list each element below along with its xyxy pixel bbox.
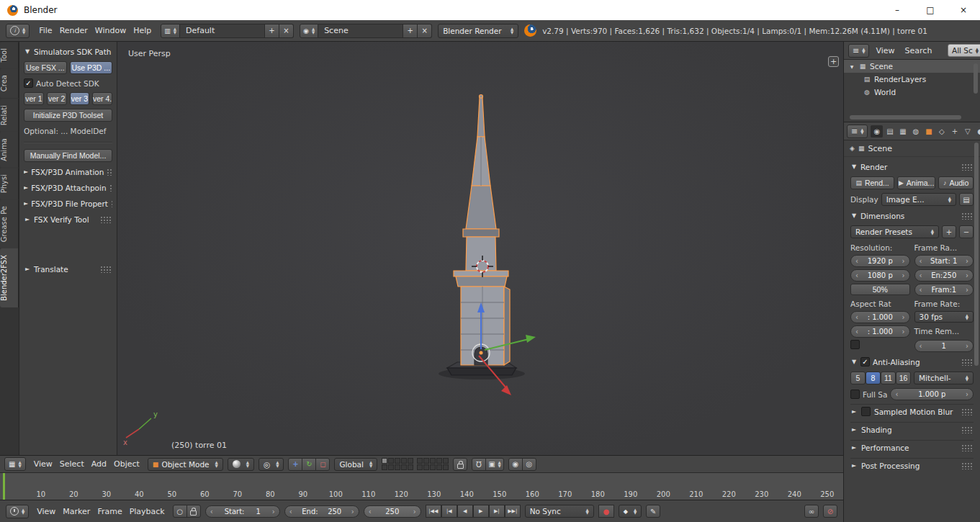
- playback-button[interactable]: ▶|: [489, 505, 505, 518]
- shading-panel-header[interactable]: Shading: [850, 422, 974, 436]
- panel-drag-grip[interactable]: [100, 216, 112, 223]
- viewport-canvas[interactable]: x y User Persp (250) torre 01 +: [117, 42, 843, 455]
- menu-item[interactable]: Help: [130, 26, 155, 35]
- tab-render[interactable]: ◉: [871, 125, 883, 138]
- add-scene-button[interactable]: +: [403, 24, 418, 38]
- frame-start-field[interactable]: Start: 1: [914, 255, 974, 267]
- tab-render-layers[interactable]: ▤: [884, 125, 896, 138]
- manually-find-modeldef-button[interactable]: Manually Find Model...: [24, 149, 112, 162]
- lock-to-scene-button[interactable]: [453, 458, 467, 471]
- layer-toggle[interactable]: [388, 458, 394, 464]
- fsx-verify-tool-panel-header[interactable]: FSX Verify Tool: [24, 213, 112, 225]
- initialize-p3d-toolset-button[interactable]: Initialize P3D Toolset: [24, 109, 112, 122]
- sampled-motion-blur-checkbox[interactable]: [861, 407, 871, 416]
- time-remap-field[interactable]: 1: [914, 340, 974, 352]
- render-button[interactable]: ▤ Rend...: [850, 176, 894, 189]
- frame-end-field[interactable]: En:250: [914, 269, 974, 282]
- frame-start-field[interactable]: Start: 1: [205, 505, 280, 518]
- antialiasing-checkbox[interactable]: [860, 357, 870, 366]
- render-panel-header[interactable]: Render: [850, 161, 974, 173]
- menu-item[interactable]: File: [35, 26, 55, 35]
- layer-toggle[interactable]: [382, 464, 387, 470]
- add-layout-button[interactable]: +: [265, 24, 279, 38]
- panel-drag-grip[interactable]: [961, 212, 974, 220]
- scene-name-field[interactable]: Scene: [318, 24, 403, 38]
- scene-browse-button[interactable]: ◉: [300, 24, 318, 38]
- panel-drag-grip[interactable]: [961, 426, 974, 433]
- keying-set-button[interactable]: ✎: [646, 505, 660, 518]
- panel-drag-grip[interactable]: [111, 200, 112, 207]
- outliner-display-mode-select[interactable]: All Sc: [948, 44, 980, 57]
- panel-drag-grip[interactable]: [961, 444, 974, 451]
- panel-drag-grip[interactable]: [109, 184, 112, 192]
- menu-item[interactable]: Select: [56, 459, 88, 469]
- panel-drag-grip[interactable]: [961, 462, 974, 469]
- tab-constraints[interactable]: ◇: [935, 125, 948, 138]
- playback-button[interactable]: ▶▶|: [505, 505, 521, 518]
- layer-toggle[interactable]: [430, 464, 436, 470]
- toolshelf-tab[interactable]: Physi: [0, 168, 19, 199]
- aa-filter-select[interactable]: Mitchell-: [914, 372, 974, 384]
- render-display-select[interactable]: Image E...: [881, 193, 956, 206]
- sdk-version-button[interactable]: ver 2: [47, 92, 67, 105]
- timeline-ruler[interactable]: 1020304050607080901001101201301401501601…: [0, 472, 843, 500]
- collapse-arrow-icon[interactable]: [850, 212, 858, 219]
- toolshelf-tab[interactable]: Blender2FSX: [0, 248, 19, 307]
- info-editor-type-selector[interactable]: i: [6, 24, 30, 38]
- layer-toggle[interactable]: [382, 458, 387, 464]
- layer-toggle[interactable]: [443, 464, 449, 470]
- fsx-attachpoints-panel-header[interactable]: FSX/P3D Attachpoin: [24, 181, 112, 194]
- outliner-horizontal-scrollbar[interactable]: [850, 115, 961, 120]
- mode-select[interactable]: ■ Object Mode: [148, 458, 223, 471]
- outliner-item-renderlayers[interactable]: ▤ RenderLayers: [844, 73, 980, 86]
- screen-layout-name-field[interactable]: Default: [180, 24, 265, 38]
- layer-toggle[interactable]: [436, 458, 442, 464]
- menu-item[interactable]: Add: [88, 459, 110, 469]
- preview-range-button[interactable]: ○: [173, 505, 187, 518]
- snap-magnet-button[interactable]: Ω: [472, 458, 486, 471]
- playback-button[interactable]: ▶: [473, 505, 489, 518]
- panel-drag-grip[interactable]: [107, 168, 112, 176]
- toolshelf-tab[interactable]: Grease Pe: [0, 199, 19, 248]
- layer-toggle[interactable]: [401, 464, 407, 470]
- panel-drag-grip[interactable]: [961, 163, 974, 171]
- aa-filter-size-field[interactable]: 1.000 p: [890, 388, 974, 400]
- open-properties-region-button[interactable]: +: [828, 56, 839, 67]
- collapse-arrow-icon[interactable]: [850, 426, 858, 433]
- collapse-arrow-icon[interactable]: [850, 163, 858, 170]
- collapse-arrow-icon[interactable]: [850, 444, 858, 451]
- delete-scene-button[interactable]: ×: [418, 24, 432, 38]
- layer-toggle[interactable]: [423, 458, 429, 464]
- properties-vertical-scrollbar[interactable]: [974, 143, 979, 366]
- display-editor-icon-button[interactable]: ▤: [959, 193, 974, 206]
- resolution-percentage-button[interactable]: 50%: [850, 284, 910, 295]
- sync-mode-select[interactable]: No Sync: [525, 505, 594, 518]
- translate-manipulator-icon[interactable]: +: [288, 458, 302, 471]
- performance-panel-header[interactable]: Performance: [850, 440, 974, 454]
- menu-item[interactable]: Render: [56, 26, 91, 35]
- sdk-version-button[interactable]: ver 1: [24, 92, 44, 105]
- panel-drag-grip[interactable]: [961, 408, 974, 415]
- panel-drag-grip[interactable]: [100, 266, 112, 273]
- tab-scene[interactable]: ▦: [896, 125, 909, 138]
- sdk-panel-header[interactable]: Simulators SDK Path: [24, 45, 112, 58]
- delete-layout-button[interactable]: ×: [279, 24, 294, 38]
- auto-detect-sdk-checkbox[interactable]: [24, 78, 33, 88]
- tab-object[interactable]: ■: [922, 125, 935, 138]
- layer-toggle[interactable]: [408, 464, 413, 470]
- layer-toggle[interactable]: [436, 464, 442, 470]
- layer-toggle[interactable]: [408, 458, 413, 464]
- toolshelf-tab[interactable]: Tool: [0, 42, 19, 68]
- aspect-y-field[interactable]: : 1.000: [850, 325, 910, 338]
- menu-item[interactable]: Search: [902, 46, 936, 55]
- sync-markers-button[interactable]: ∞: [804, 505, 819, 518]
- menu-item[interactable]: View: [30, 459, 56, 469]
- use-fsx-button[interactable]: Use FSX ...: [24, 61, 67, 74]
- expand-arrow-icon[interactable]: [848, 64, 855, 69]
- outliner-item-world[interactable]: ◍ World: [844, 86, 980, 99]
- tab-modifiers[interactable]: +: [948, 125, 961, 138]
- menu-item[interactable]: Frame: [94, 507, 125, 516]
- toolshelf-tab[interactable]: Relati: [0, 99, 19, 132]
- sdk-version-button[interactable]: ver 4.: [92, 92, 112, 105]
- resolution-y-field[interactable]: 1080 p: [850, 269, 910, 282]
